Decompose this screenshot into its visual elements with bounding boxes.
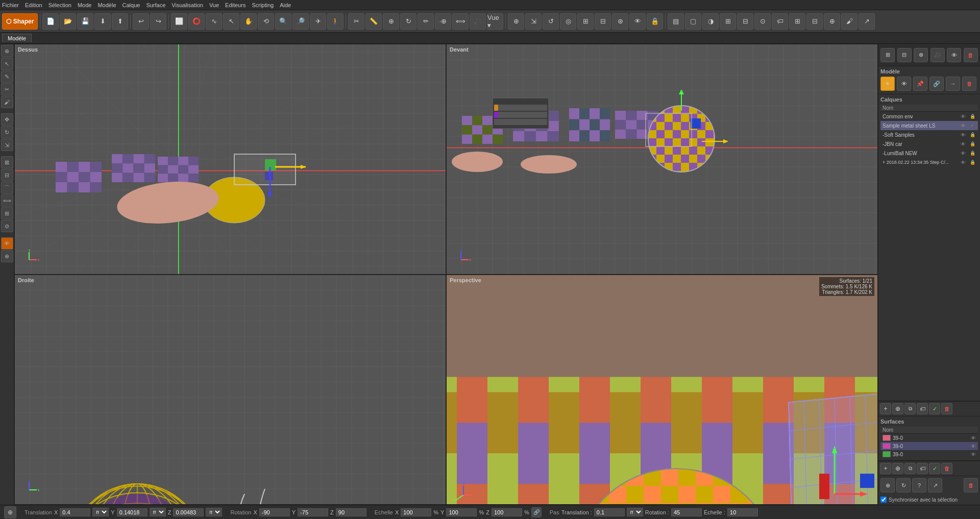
transform-button[interactable]: ⊕ [383, 13, 399, 30]
surface-item-1[interactable]: 39-0 👁 [880, 434, 978, 442]
tool-paint[interactable]: 🖌 [1, 96, 13, 108]
menu-aide[interactable]: Aide [280, 2, 291, 8]
move-tool-button[interactable]: ⊕ [508, 13, 524, 30]
calque-check-button[interactable]: ✓ [929, 403, 940, 414]
tool-select[interactable]: ↖ [1, 58, 13, 70]
layer-lock-icon-6[interactable]: 🔒 [969, 159, 976, 166]
menu-visualisation[interactable]: Visualisation [172, 2, 203, 8]
rot-z-input[interactable] [336, 508, 366, 516]
modele-link-button[interactable]: 🔗 [929, 77, 944, 91]
tool-bridge[interactable]: ⟺ [1, 194, 13, 207]
menu-scripting[interactable]: Scripting [252, 2, 274, 8]
tool-bevel[interactable]: ⌒ [1, 182, 13, 194]
scale-z-input[interactable] [492, 508, 522, 516]
modele-sun-button[interactable]: ☀ [880, 77, 895, 91]
rp-eye-button[interactable]: 👁 [947, 48, 961, 62]
isolate-button[interactable]: 🔒 [647, 13, 663, 30]
tool-scale[interactable]: ⇲ [1, 139, 13, 151]
workspace-button[interactable]: ⊞ [789, 13, 805, 30]
invert-sel-button[interactable]: ◑ [702, 13, 719, 30]
layer-lock-icon[interactable]: 🔒 [969, 113, 976, 120]
pas-unit-select[interactable]: m [627, 508, 643, 516]
undo-button[interactable]: ↩ [133, 13, 149, 30]
tool-add[interactable]: ⊕ [1, 250, 13, 262]
knife-button[interactable]: ✂ [348, 13, 364, 30]
menu-edition[interactable]: Edition [25, 2, 42, 8]
viewport-top[interactable]: Dessus X Y [14, 44, 446, 275]
pan-button[interactable]: ✋ [240, 13, 257, 30]
pas-echelle-input[interactable] [727, 508, 758, 516]
tool-loop[interactable]: ⊞ [1, 207, 13, 219]
modele-eye-button[interactable]: 👁 [897, 77, 911, 91]
calque-del-button[interactable]: 🗑 [941, 403, 952, 414]
rp-delete-button[interactable]: 🗑 [964, 48, 978, 62]
rotate-button[interactable]: ↻ [400, 13, 416, 30]
scale-y-input[interactable] [446, 508, 477, 516]
walk-button[interactable]: 🚶 [327, 13, 344, 30]
layer-vis-icon-3[interactable]: 👁 [960, 131, 967, 138]
z-input[interactable] [173, 508, 204, 516]
vertex-button[interactable]: ·⊕ [435, 13, 451, 30]
layer-lock-icon-3[interactable]: 🔒 [969, 131, 976, 138]
snap2-button[interactable]: ⊕ [824, 13, 840, 30]
menu-vue[interactable]: Vue [209, 2, 219, 8]
modele-del-button[interactable]: 🗑 [962, 77, 976, 91]
menu-surface[interactable]: Surface [146, 2, 165, 8]
rp-bottom-icon3[interactable]: ? [912, 478, 926, 492]
surf-tag-button[interactable]: 🏷 [917, 463, 928, 474]
new-button[interactable]: 📄 [42, 13, 59, 30]
y-unit-select[interactable]: m [150, 508, 166, 516]
redo-button[interactable]: ↪ [150, 13, 166, 30]
menu-calque[interactable]: Calque [122, 2, 140, 8]
grow-sel-button[interactable]: ⊞ [720, 13, 736, 30]
surf-add-button[interactable]: + [880, 463, 891, 474]
pas-trans-input[interactable] [594, 508, 625, 516]
x-input[interactable] [60, 508, 90, 516]
surface-item-2[interactable]: 39-0 👁 [880, 442, 978, 450]
z-unit-select[interactable]: m [206, 508, 222, 516]
open-button[interactable]: 📂 [60, 13, 76, 30]
paint-button[interactable]: 🖌 [841, 13, 857, 30]
surface-vis-3[interactable]: 👁 [971, 452, 976, 457]
snap-button[interactable]: ⊞ [577, 13, 594, 30]
loop-button[interactable]: ⟲ [258, 13, 274, 30]
y-input[interactable] [117, 508, 148, 516]
select-all-button[interactable]: ▤ [668, 13, 684, 30]
layer-vis-icon-2[interactable]: 👁 [960, 122, 967, 129]
loop-sel-button[interactable]: ⊙ [754, 13, 771, 30]
pas-rot-input[interactable] [671, 508, 702, 516]
menu-mode[interactable]: Mode [78, 2, 92, 8]
weld-button[interactable]: ⊛ [612, 13, 628, 30]
viewport-front[interactable]: Devant X Z [446, 44, 878, 275]
camera-button[interactable]: 🎥 [470, 13, 486, 30]
measure-button[interactable]: 📏 [365, 13, 382, 30]
select-arrow-button[interactable]: ↖ [223, 13, 239, 30]
layer-jbn-car[interactable]: -JBN car 👁 🔒 [880, 139, 978, 149]
layer-vis-icon-6[interactable]: 👁 [960, 159, 967, 166]
fly-button[interactable]: ✈ [310, 13, 326, 30]
rot-y-input[interactable] [298, 508, 328, 516]
rotate-tool-button[interactable]: ↺ [543, 13, 559, 30]
surface-vis-2[interactable]: 👁 [971, 443, 976, 449]
layer-lumiball[interactable]: -LumiBall NEW 👁 🔒 [880, 149, 978, 158]
rp-orient-button[interactable]: ⊕ [914, 48, 928, 62]
rp-bottom-icon4[interactable]: ↗ [928, 478, 942, 492]
rp-bottom-icon2[interactable]: ↻ [896, 478, 911, 492]
shrink-sel-button[interactable]: ⊟ [737, 13, 753, 30]
modele-arrow-button[interactable]: → [946, 77, 960, 91]
select-lasso-button[interactable]: ∿ [206, 13, 222, 30]
mirror-button[interactable]: ⊟ [595, 13, 611, 30]
scale-x-input[interactable] [401, 508, 431, 516]
viewport-perspective[interactable]: Perspective Surfaces: 1/21 Sommets: 1.5 … [446, 275, 878, 505]
zoom-out-button[interactable]: 🔎 [292, 13, 309, 30]
layer-lock-icon-4[interactable]: 🔒 [969, 140, 976, 147]
select-rect-button[interactable]: ⬜ [171, 13, 187, 30]
save-button[interactable]: 💾 [77, 13, 93, 30]
tool-inset[interactable]: ⊟ [1, 169, 13, 181]
layer-vis-icon-4[interactable]: 👁 [960, 140, 967, 147]
surf-add2-button[interactable]: ⊕ [892, 463, 903, 474]
rp-bottom-del[interactable]: 🗑 [964, 478, 978, 492]
scale-link-button[interactable]: 🔗 [531, 507, 542, 517]
app-logo-button[interactable]: ⬡ Shaper [2, 13, 38, 30]
layer-sample-metal[interactable]: Sample metal sheet LS 👁 ✓ [880, 121, 978, 130]
